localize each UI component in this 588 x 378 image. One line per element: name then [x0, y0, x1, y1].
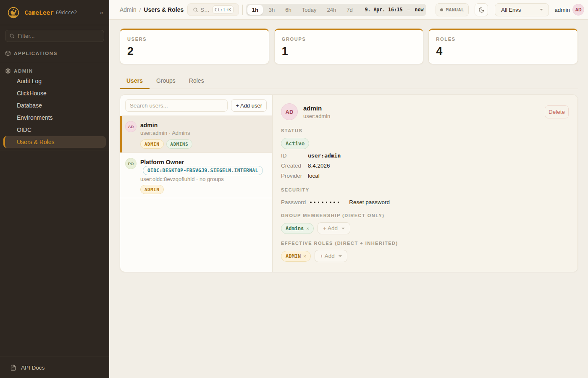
add-role-button[interactable]: + Add	[315, 250, 347, 262]
stat-card-value: 4	[436, 45, 570, 58]
sidebar: CameLeer 69dcce2 « APPLICATIONS ADMIN Au…	[0, 0, 109, 378]
time-range-display[interactable]: 9. Apr. 16:15 – now	[359, 7, 425, 13]
sidebar-section-label: ADMIN	[14, 68, 33, 74]
delete-user-button[interactable]: Delete	[545, 105, 569, 118]
oidc-issuer-chip: OIDC:DESKTOP-FB5VGJ9.SIEGELN.INTERNAL	[143, 166, 263, 175]
content: USERS 2 GROUPS 1 ROLES 4 Users Groups Ro…	[109, 20, 588, 378]
stat-card-label: GROUPS	[282, 37, 416, 42]
sidebar-item-database[interactable]: Database	[3, 100, 106, 111]
sidebar-filter-box[interactable]	[5, 30, 104, 42]
breadcrumb-parent[interactable]: Admin	[120, 6, 136, 13]
avatar: PO	[125, 158, 136, 169]
time-button-today[interactable]: Today	[297, 5, 321, 15]
password-label: Password	[281, 199, 308, 205]
status-heading: STATUS	[281, 128, 569, 133]
sidebar-filter-wrap	[0, 25, 109, 46]
stat-card-users: USERS 2	[120, 29, 269, 64]
role-badge: ADMIN	[140, 185, 164, 194]
tabs: Users Groups Roles	[120, 74, 578, 89]
time-button-7d[interactable]: 7d	[342, 5, 357, 15]
environment-value: All Envs	[501, 7, 521, 13]
detail-user-id: user:admin	[303, 113, 330, 119]
box-icon	[5, 50, 11, 56]
global-search-button[interactable]: S… Ctrl+K	[187, 3, 239, 16]
role-badge: ADMIN	[140, 139, 164, 149]
tab-roles[interactable]: Roles	[182, 74, 211, 89]
sidebar-collapse-button[interactable]: «	[98, 8, 104, 17]
stat-card-roles: ROLES 4	[428, 29, 578, 64]
user-item-body: Platform Owner OIDC:DESKTOP-FB5VGJ9.SIEG…	[140, 157, 266, 194]
user-item-name: Platform Owner	[140, 157, 266, 165]
security-heading: SECURITY	[281, 187, 569, 192]
user-list-item-admin[interactable]: AD admin user:admin · Admins ADMIN ADMIN…	[120, 116, 272, 152]
manual-dot-icon	[440, 8, 443, 11]
user-item-subtitle: user:oidc:8evzqofluhld · no groups	[140, 176, 266, 182]
time-range-dash: –	[407, 7, 410, 13]
sidebar-item-clickhouse[interactable]: ClickHouse	[3, 87, 106, 99]
add-group-button[interactable]: + Add	[318, 222, 350, 234]
manual-label: MANUAL	[446, 7, 464, 13]
tab-groups[interactable]: Groups	[150, 74, 182, 89]
stat-card-label: ROLES	[436, 37, 570, 42]
user-item-subtitle: user:admin · Admins	[140, 130, 266, 136]
stat-card-label: USERS	[127, 37, 262, 42]
kv-key: Provider	[281, 173, 308, 179]
topbar-username: admin	[554, 7, 570, 13]
kv-value: local	[308, 173, 320, 179]
global-search-text: S…	[200, 7, 210, 13]
time-button-6h[interactable]: 6h	[281, 5, 296, 15]
sidebar-section-label: APPLICATIONS	[14, 51, 58, 56]
add-role-label: + Add	[320, 253, 335, 259]
tab-users[interactable]: Users	[120, 74, 150, 89]
brand-name: CameLeer	[24, 9, 54, 16]
add-group-label: + Add	[323, 225, 338, 231]
sidebar-item-environments[interactable]: Environments	[3, 112, 106, 123]
environment-select[interactable]: All Envs	[495, 3, 549, 16]
time-range-bar: 1h 3h 6h Today 24h 7d 9. Apr. 16:15 – no…	[246, 4, 427, 16]
group-chip-admins: Admins×	[281, 223, 314, 234]
moon-icon	[478, 7, 485, 13]
detail-header: AD admin user:admin Delete	[281, 103, 569, 120]
time-button-24h[interactable]: 24h	[322, 5, 341, 15]
sidebar-footer: API Docs	[0, 357, 109, 378]
manual-mode-button[interactable]: MANUAL	[436, 3, 469, 16]
user-item-oidc-row: OIDC:DESKTOP-FB5VGJ9.SIEGELN.INTERNAL	[140, 165, 266, 175]
kv-row-id: ID user:admin	[281, 152, 569, 159]
user-list-item-platform-owner[interactable]: PO Platform Owner OIDC:DESKTOP-FB5VGJ9.S…	[120, 152, 272, 198]
api-docs-link[interactable]: API Docs	[5, 362, 104, 373]
chevron-down-icon	[540, 9, 543, 10]
add-user-button[interactable]: + Add user	[231, 99, 267, 112]
group-chips-row: Admins× + Add	[281, 222, 569, 234]
app-root: CameLeer 69dcce2 « APPLICATIONS ADMIN Au…	[0, 0, 588, 378]
sidebar-item-audit-log[interactable]: Audit Log	[3, 75, 106, 87]
status-badge: Active	[281, 138, 309, 149]
chevron-down-icon	[341, 228, 345, 229]
sidebar-section-applications[interactable]: APPLICATIONS	[0, 46, 109, 60]
users-panel: + Add user AD admin user:admin · Admins …	[120, 94, 578, 272]
avatar: AD	[281, 103, 298, 120]
theme-toggle-button[interactable]	[475, 3, 488, 16]
breadcrumb-separator: /	[139, 7, 141, 13]
sidebar-item-users-roles[interactable]: Users & Roles	[3, 136, 106, 148]
camel-logo-icon	[8, 7, 19, 18]
remove-role-icon[interactable]: ×	[303, 254, 306, 259]
kv-value: user:admin	[308, 152, 341, 159]
sidebar-item-oidc[interactable]: OIDC	[3, 124, 106, 136]
sidebar-filter-input[interactable]	[18, 33, 100, 39]
reset-password-link[interactable]: Reset password	[349, 199, 390, 205]
time-button-3h[interactable]: 3h	[264, 5, 279, 15]
user-search-input[interactable]	[125, 99, 228, 112]
remove-group-icon[interactable]: ×	[306, 226, 309, 231]
file-text-icon	[10, 365, 16, 371]
user-avatar[interactable]: AD	[572, 4, 584, 16]
user-item-name: admin	[140, 120, 266, 129]
user-list-header: + Add user	[120, 95, 272, 116]
kv-row-provider: Provider local	[281, 173, 569, 179]
time-button-1h[interactable]: 1h	[247, 5, 263, 15]
detail-header-text: admin user:admin	[303, 105, 330, 119]
detail-user-name: admin	[303, 105, 330, 112]
sidebar-divider	[0, 62, 109, 62]
time-range-from: 9. Apr. 16:15	[365, 7, 403, 13]
build-hash: 69dcce2	[56, 10, 77, 16]
user-item-badges: ADMIN ADMINS	[140, 139, 266, 149]
